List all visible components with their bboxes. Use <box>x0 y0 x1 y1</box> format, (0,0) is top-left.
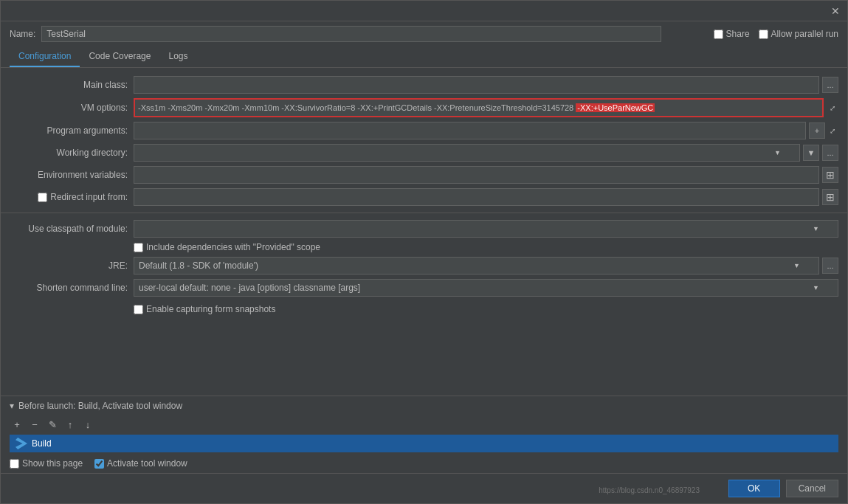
title-bar: ✕ <box>1 1 847 21</box>
vm-options-highlight: -XX:+UseParNewGC <box>576 103 655 112</box>
allow-parallel-label: Allow parallel run <box>771 29 838 39</box>
before-launch-edit-button[interactable]: ✎ <box>45 417 60 432</box>
main-class-input[interactable] <box>134 76 819 94</box>
footer: https://blog.csdn.n0_46897923 OK Cancel <box>1 473 847 503</box>
before-launch-section: ▾ Before launch: Build, Activate tool wi… <box>1 396 847 473</box>
run-debug-dialog: ✕ Name: Share Allow parallel run Configu… <box>0 0 848 504</box>
share-checkbox-label[interactable]: Share <box>714 29 750 39</box>
close-button[interactable]: ✕ <box>830 5 841 17</box>
shorten-cmd-select-wrapper: user-local default: none - java [options… <box>134 279 838 297</box>
classpath-select-wrapper <box>134 220 838 238</box>
shorten-cmd-select[interactable]: user-local default: none - java [options… <box>134 279 838 297</box>
env-vars-row: Environment variables: ⊞ <box>1 164 847 186</box>
before-launch-up-button[interactable]: ↑ <box>63 417 77 432</box>
before-launch-list: Build <box>1 433 847 454</box>
enable-snapshots-control: Enable capturing form snapshots <box>134 304 838 314</box>
redirect-label: Redirect input from: <box>50 192 128 202</box>
name-input[interactable] <box>41 26 661 42</box>
name-label: Name: <box>10 29 35 39</box>
env-vars-browse-button[interactable]: ⊞ <box>822 167 838 183</box>
name-row: Name: Share Allow parallel run <box>1 21 847 46</box>
cancel-button[interactable]: Cancel <box>786 480 838 497</box>
before-launch-header[interactable]: ▾ Before launch: Build, Activate tool wi… <box>1 396 847 415</box>
jre-control: Default (1.8 - SDK of 'module') ... <box>134 257 838 275</box>
working-dir-label: Working directory: <box>10 148 128 158</box>
shorten-cmd-control: user-local default: none - java [options… <box>134 279 838 297</box>
main-class-row: Main class: ... <box>1 74 847 96</box>
main-class-browse-button[interactable]: ... <box>822 77 838 93</box>
build-list-item[interactable]: Build <box>10 435 838 452</box>
include-deps-checkbox-label[interactable]: Include dependencies with "Provided" sco… <box>134 242 320 252</box>
redirect-checkbox[interactable] <box>38 193 47 202</box>
enable-snapshots-checkbox-label[interactable]: Enable capturing form snapshots <box>134 304 275 314</box>
jre-select[interactable]: Default (1.8 - SDK of 'module') <box>134 257 819 275</box>
show-page-label: Show this page <box>22 458 83 469</box>
jre-browse-button[interactable]: ... <box>822 258 838 274</box>
before-launch-down-button[interactable]: ↓ <box>80 417 95 432</box>
ok-button[interactable]: OK <box>728 480 780 497</box>
include-deps-row: Include dependencies with "Provided" sco… <box>1 240 847 255</box>
program-args-row: Program arguments: + ⤢ <box>1 120 847 142</box>
main-class-label: Main class: <box>10 80 128 90</box>
vm-options-control: -Xss1m -Xms20m -Xmx20m -Xmm10m -XX:Survi… <box>134 98 838 117</box>
working-dir-row: Working directory: ▼ ... <box>1 142 847 164</box>
classpath-select[interactable] <box>134 220 838 238</box>
enable-snapshots-checkbox[interactable] <box>134 305 143 314</box>
allow-parallel-checkbox-label[interactable]: Allow parallel run <box>759 29 838 39</box>
redirect-control: ⊞ <box>134 188 838 206</box>
working-dir-browse-button[interactable]: ... <box>822 145 838 161</box>
tab-code-coverage[interactable]: Code Coverage <box>80 46 159 67</box>
vm-options-text: -Xss1m -Xms20m -Xmx20m -Xmm10m -XX:Survi… <box>138 103 655 112</box>
share-area: Share Allow parallel run <box>714 29 838 39</box>
watermark: https://blog.csdn.n0_46897923 <box>599 486 700 494</box>
working-dir-dropdown-button[interactable]: ▼ <box>803 145 819 161</box>
vm-options-input[interactable]: -Xss1m -Xms20m -Xmx20m -Xmm10m -XX:Survi… <box>134 98 824 117</box>
redirect-input[interactable] <box>134 188 819 206</box>
before-launch-title: Before launch: Build, Activate tool wind… <box>18 401 182 411</box>
include-deps-checkbox[interactable] <box>134 243 143 252</box>
classpath-label: Use classpath of module: <box>10 224 128 234</box>
jre-row: JRE: Default (1.8 - SDK of 'module') ... <box>1 255 847 277</box>
enable-snapshots-row: Enable capturing form snapshots <box>1 299 847 320</box>
build-icon <box>15 438 27 449</box>
working-dir-select-wrapper <box>134 144 800 162</box>
before-launch-toolbar: + − ✎ ↑ ↓ <box>1 415 847 433</box>
tab-logs[interactable]: Logs <box>159 46 196 67</box>
program-args-control: + ⤢ <box>134 122 838 139</box>
allow-parallel-checkbox[interactable] <box>759 30 768 39</box>
build-item-label: Build <box>32 438 52 449</box>
jre-label: JRE: <box>10 260 128 271</box>
shorten-cmd-label: Shorten command line: <box>10 283 128 293</box>
activate-tool-label: Activate tool window <box>107 458 187 469</box>
redirect-browse-button[interactable]: ⊞ <box>822 189 838 205</box>
enable-snapshots-label: Enable capturing form snapshots <box>146 304 275 314</box>
show-page-checkbox-label[interactable]: Show this page <box>10 458 83 469</box>
redirect-row: Redirect input from: ⊞ <box>1 186 847 208</box>
share-checkbox[interactable] <box>714 30 723 39</box>
bottom-checkboxes: Show this page Activate tool window <box>1 454 847 473</box>
activate-tool-checkbox[interactable] <box>94 459 104 469</box>
share-label: Share <box>726 29 750 39</box>
config-content: Main class: ... VM options: -Xss1m -Xms2… <box>1 68 847 391</box>
vm-options-expand-button[interactable]: ⤢ <box>827 100 838 116</box>
include-deps-label: Include dependencies with "Provided" sco… <box>146 242 320 252</box>
shorten-cmd-row: Shorten command line: user-local default… <box>1 277 847 299</box>
env-vars-input[interactable] <box>134 166 819 184</box>
program-args-label: Program arguments: <box>10 125 128 136</box>
activate-tool-checkbox-label[interactable]: Activate tool window <box>94 458 187 469</box>
classpath-control <box>134 220 838 238</box>
show-page-checkbox[interactable] <box>10 459 19 469</box>
before-launch-add-button[interactable]: + <box>10 417 24 432</box>
program-args-expand-button[interactable]: ⤢ <box>827 122 838 139</box>
before-launch-remove-button[interactable]: − <box>27 417 42 432</box>
env-vars-control: ⊞ <box>134 166 838 184</box>
redirect-label-area: Redirect input from: <box>10 192 128 202</box>
main-class-control: ... <box>134 76 838 94</box>
chevron-down-icon: ▾ <box>10 401 14 411</box>
vm-options-row: VM options: -Xss1m -Xms20m -Xmx20m -Xmm1… <box>1 96 847 120</box>
program-args-add-button[interactable]: + <box>809 122 825 139</box>
tab-configuration[interactable]: Configuration <box>10 46 80 67</box>
program-args-input[interactable] <box>134 122 806 139</box>
env-vars-label: Environment variables: <box>10 170 128 180</box>
working-dir-input[interactable] <box>134 144 800 162</box>
